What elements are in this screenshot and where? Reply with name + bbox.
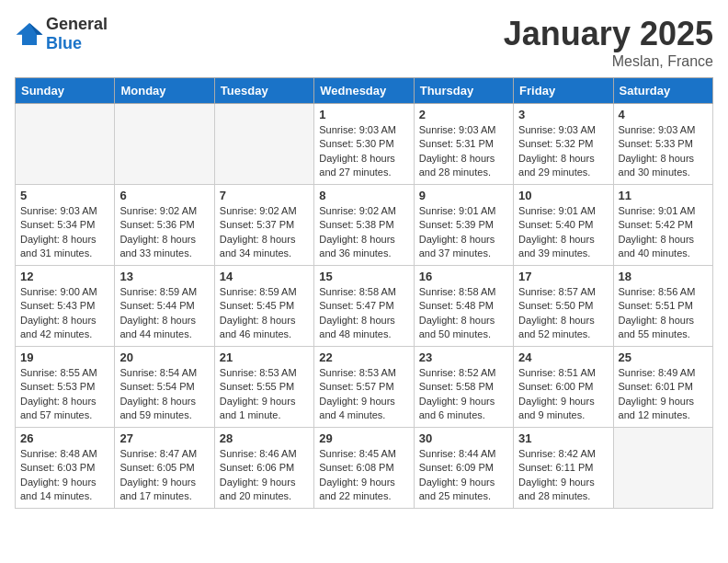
calendar-cell: 23Sunrise: 8:52 AM Sunset: 5:58 PM Dayli… [414,347,513,428]
day-content: Sunrise: 8:59 AM Sunset: 5:44 PM Dayligh… [119,285,209,342]
day-content: Sunrise: 8:58 AM Sunset: 5:47 PM Dayligh… [319,285,408,342]
day-content: Sunrise: 9:02 AM Sunset: 5:37 PM Dayligh… [220,204,309,261]
month-title: January 2025 [504,15,713,53]
calendar-cell: 13Sunrise: 8:59 AM Sunset: 5:44 PM Dayli… [115,266,214,347]
weekday-header-tuesday: Tuesday [214,78,313,104]
day-number: 8 [319,189,408,202]
day-number: 16 [419,270,508,283]
calendar-cell: 15Sunrise: 8:58 AM Sunset: 5:47 PM Dayli… [314,266,414,347]
calendar-cell: 31Sunrise: 8:42 AM Sunset: 6:11 PM Dayli… [514,428,613,509]
logo-blue-text: Blue [46,34,82,52]
day-number: 7 [220,189,309,202]
day-number: 28 [220,431,309,445]
calendar-cell: 11Sunrise: 9:01 AM Sunset: 5:42 PM Dayli… [613,185,712,266]
day-content: Sunrise: 8:58 AM Sunset: 5:48 PM Dayligh… [419,285,508,342]
day-number: 24 [518,350,608,364]
day-number: 5 [20,189,109,202]
day-content: Sunrise: 9:03 AM Sunset: 5:30 PM Dayligh… [319,123,408,180]
calendar-cell: 21Sunrise: 8:53 AM Sunset: 5:55 PM Dayli… [214,347,313,428]
day-number: 29 [319,431,408,445]
calendar-cell: 18Sunrise: 8:56 AM Sunset: 5:51 PM Dayli… [613,266,712,347]
calendar-cell: 5Sunrise: 9:03 AM Sunset: 5:34 PM Daylig… [16,185,115,266]
calendar-cell: 3Sunrise: 9:03 AM Sunset: 5:32 PM Daylig… [514,104,613,185]
calendar-cell: 26Sunrise: 8:48 AM Sunset: 6:03 PM Dayli… [16,428,115,509]
day-number: 27 [119,431,209,445]
day-content: Sunrise: 8:44 AM Sunset: 6:09 PM Dayligh… [419,447,508,504]
day-content: Sunrise: 8:53 AM Sunset: 5:55 PM Dayligh… [220,366,309,423]
weekday-header-row: SundayMondayTuesdayWednesdayThursdayFrid… [16,78,713,104]
day-content: Sunrise: 9:02 AM Sunset: 5:36 PM Dayligh… [119,204,209,261]
day-content: Sunrise: 8:59 AM Sunset: 5:45 PM Dayligh… [220,285,309,342]
page-header: General Blue January 2025 Meslan, France [15,15,713,70]
calendar-cell: 7Sunrise: 9:02 AM Sunset: 5:37 PM Daylig… [214,185,313,266]
calendar-cell [613,428,712,509]
day-number: 13 [119,270,209,283]
day-number: 21 [220,350,309,364]
day-number: 11 [619,189,708,202]
weekday-header-sunday: Sunday [16,78,115,104]
day-number: 31 [518,431,608,445]
day-number: 19 [20,350,109,364]
day-number: 14 [220,270,309,283]
day-content: Sunrise: 8:45 AM Sunset: 6:08 PM Dayligh… [319,447,408,504]
day-number: 10 [518,189,608,202]
day-number: 1 [319,108,408,121]
calendar-cell: 27Sunrise: 8:47 AM Sunset: 6:05 PM Dayli… [115,428,214,509]
calendar-cell: 6Sunrise: 9:02 AM Sunset: 5:36 PM Daylig… [115,185,214,266]
week-row-3: 12Sunrise: 9:00 AM Sunset: 5:43 PM Dayli… [16,266,713,347]
calendar-cell: 30Sunrise: 8:44 AM Sunset: 6:09 PM Dayli… [414,428,513,509]
calendar-cell: 1Sunrise: 9:03 AM Sunset: 5:30 PM Daylig… [314,104,414,185]
day-content: Sunrise: 9:03 AM Sunset: 5:33 PM Dayligh… [619,123,708,180]
day-content: Sunrise: 8:56 AM Sunset: 5:51 PM Dayligh… [619,285,708,342]
day-number: 20 [119,350,209,364]
calendar-cell: 29Sunrise: 8:45 AM Sunset: 6:08 PM Dayli… [314,428,414,509]
calendar-cell: 16Sunrise: 8:58 AM Sunset: 5:48 PM Dayli… [414,266,513,347]
calendar-cell [115,104,214,185]
day-content: Sunrise: 9:03 AM Sunset: 5:32 PM Dayligh… [518,123,608,180]
day-number: 6 [119,189,209,202]
day-content: Sunrise: 9:01 AM Sunset: 5:40 PM Dayligh… [518,204,608,261]
day-content: Sunrise: 8:57 AM Sunset: 5:50 PM Dayligh… [518,285,608,342]
day-content: Sunrise: 8:53 AM Sunset: 5:57 PM Dayligh… [319,366,408,423]
day-content: Sunrise: 8:55 AM Sunset: 5:53 PM Dayligh… [20,366,109,423]
calendar-cell: 12Sunrise: 9:00 AM Sunset: 5:43 PM Dayli… [16,266,115,347]
weekday-header-saturday: Saturday [613,78,712,104]
calendar-cell: 17Sunrise: 8:57 AM Sunset: 5:50 PM Dayli… [514,266,613,347]
day-content: Sunrise: 8:48 AM Sunset: 6:03 PM Dayligh… [20,447,109,504]
logo-general-text: General [46,15,108,33]
day-number: 22 [319,350,408,364]
calendar-cell: 8Sunrise: 9:02 AM Sunset: 5:38 PM Daylig… [314,185,414,266]
day-number: 12 [20,270,109,283]
day-number: 4 [619,108,708,121]
calendar-cell: 25Sunrise: 8:49 AM Sunset: 6:01 PM Dayli… [613,347,712,428]
calendar-table: SundayMondayTuesdayWednesdayThursdayFrid… [15,77,713,509]
day-content: Sunrise: 9:01 AM Sunset: 5:42 PM Dayligh… [619,204,708,261]
calendar-cell [214,104,313,185]
day-content: Sunrise: 9:02 AM Sunset: 5:38 PM Dayligh… [319,204,408,261]
day-content: Sunrise: 9:00 AM Sunset: 5:43 PM Dayligh… [20,285,109,342]
day-number: 9 [419,189,508,202]
day-content: Sunrise: 8:52 AM Sunset: 5:58 PM Dayligh… [419,366,508,423]
day-content: Sunrise: 8:54 AM Sunset: 5:54 PM Dayligh… [119,366,209,423]
day-content: Sunrise: 8:42 AM Sunset: 6:11 PM Dayligh… [518,447,608,504]
calendar-cell: 10Sunrise: 9:01 AM Sunset: 5:40 PM Dayli… [514,185,613,266]
day-content: Sunrise: 8:46 AM Sunset: 6:06 PM Dayligh… [220,447,309,504]
logo-icon [15,21,44,47]
day-number: 17 [518,270,608,283]
title-block: January 2025 Meslan, France [504,15,713,70]
day-number: 18 [619,270,708,283]
calendar-cell: 9Sunrise: 9:01 AM Sunset: 5:39 PM Daylig… [414,185,513,266]
day-number: 2 [419,108,508,121]
calendar-cell: 24Sunrise: 8:51 AM Sunset: 6:00 PM Dayli… [514,347,613,428]
weekday-header-friday: Friday [514,78,613,104]
week-row-1: 1Sunrise: 9:03 AM Sunset: 5:30 PM Daylig… [16,104,713,185]
calendar-cell: 2Sunrise: 9:03 AM Sunset: 5:31 PM Daylig… [414,104,513,185]
location-title: Meslan, France [504,53,713,70]
calendar-cell: 20Sunrise: 8:54 AM Sunset: 5:54 PM Dayli… [115,347,214,428]
calendar-cell [16,104,115,185]
day-number: 26 [20,431,109,445]
day-content: Sunrise: 9:03 AM Sunset: 5:34 PM Dayligh… [20,204,109,261]
day-content: Sunrise: 9:03 AM Sunset: 5:31 PM Dayligh… [419,123,508,180]
day-number: 23 [419,350,508,364]
calendar-cell: 28Sunrise: 8:46 AM Sunset: 6:06 PM Dayli… [214,428,313,509]
